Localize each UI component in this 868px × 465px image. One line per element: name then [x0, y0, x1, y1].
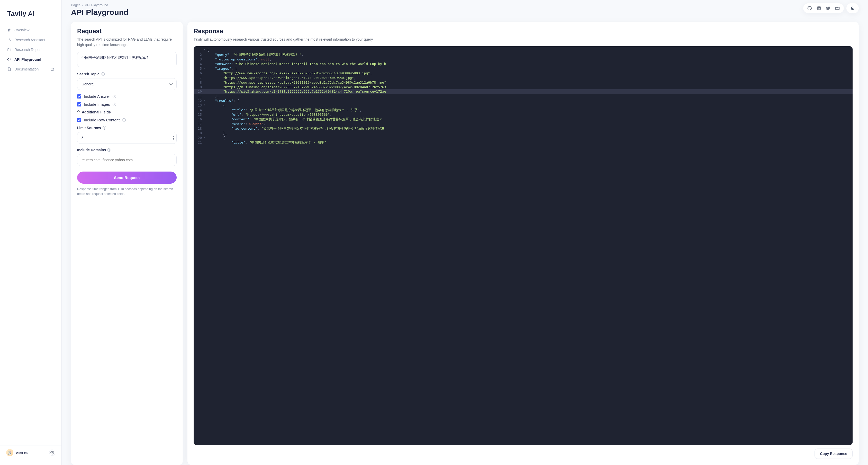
page-title: API Playground [71, 8, 128, 17]
response-description: Tavily will autonomously research variou… [194, 37, 852, 42]
code-line: 9 "https://n.sinaimg.cn/spider20220807/1… [194, 85, 852, 90]
info-icon[interactable]: i [122, 118, 126, 122]
info-icon[interactable]: i [102, 126, 106, 130]
request-panel: Request The search API is optimized for … [71, 22, 183, 465]
code-line: 21 "title": "中国男足什么时候能进世界杯获得冠军？ - 知乎" [194, 140, 852, 145]
include-images-checkbox[interactable] [77, 102, 81, 106]
code-line: 10 "https://pic3.zhimg.com/v2-2f8fc22336… [194, 89, 852, 94]
brand-logo: Tavily AI [0, 5, 61, 26]
code-icon [7, 57, 11, 61]
include-raw-checkbox[interactable] [77, 118, 81, 122]
code-line: 14 "title": "如果有一个球星带领国足夺得世界杯冠军，他会有怎样的地位… [194, 108, 852, 113]
code-line: 3 "follow_up_questions": null, [194, 57, 852, 62]
avatar: 🐰 [6, 449, 13, 456]
info-icon[interactable]: i [107, 148, 111, 152]
nav-research-assistant[interactable]: Research Assistant [2, 35, 59, 44]
nav-research-reports[interactable]: Research Reports [2, 45, 59, 54]
twitter-link[interactable] [825, 5, 831, 11]
include-images-label[interactable]: Include Images [84, 102, 110, 106]
external-link-icon [50, 67, 54, 71]
limit-sources-label: Limit Sources i [77, 126, 177, 130]
search-topic-label: Search Topic i [77, 72, 177, 76]
limit-sources-input[interactable] [77, 132, 177, 144]
code-line: 16 "content": "中国国家男子足球队。如果有一个球星带领国足夺得世界… [194, 117, 852, 122]
code-line: 19 }, [194, 131, 852, 135]
theme-toggle[interactable] [846, 3, 859, 13]
stepper-down[interactable]: ▼ [172, 138, 175, 140]
discord-icon [816, 6, 822, 11]
moon-icon [850, 6, 855, 10]
folder-icon [7, 48, 11, 52]
send-request-button[interactable]: Send Request [77, 172, 177, 184]
discord-link[interactable] [816, 5, 822, 11]
sparkle-icon [7, 38, 11, 42]
search-topic-select[interactable]: General [77, 78, 177, 90]
request-title: Request [77, 28, 177, 35]
response-code-viewer[interactable]: 1▾{2 "query": "中国男子足球队如何才能夺取世界杯冠军? ",3 "… [194, 46, 852, 445]
include-raw-label[interactable]: Include Raw Content [84, 118, 120, 122]
additional-fields-toggle[interactable]: Additional Fields [77, 110, 177, 114]
email-link[interactable] [835, 5, 840, 11]
code-line: 15 "url": "https://www.zhihu.com/questio… [194, 113, 852, 117]
email-icon [835, 6, 840, 11]
response-panel: Response Tavily will autonomously resear… [187, 22, 859, 465]
include-domains-input[interactable] [77, 154, 177, 166]
code-line: 7 "https://www.sportspress.cn/webimages/… [194, 75, 852, 80]
info-icon[interactable]: i [113, 95, 116, 98]
document-icon [7, 67, 11, 71]
sidebar-footer: 🐰 Alex Hu [0, 445, 61, 460]
social-links [803, 3, 844, 13]
include-answer-label[interactable]: Include Answer [84, 94, 110, 98]
code-line: 11 ], [194, 94, 852, 98]
github-icon [807, 6, 812, 11]
sidebar: Tavily AI Overview Research Assistant Re… [0, 0, 62, 465]
gear-icon [51, 451, 54, 455]
number-stepper[interactable]: ▲ ▼ [172, 135, 175, 140]
code-line: 6 "http://www.new-sports.cn/xuexi/xuexi5… [194, 71, 852, 75]
include-domains-label: Include Domains i [77, 148, 177, 152]
code-line: 2 "query": "中国男子足球队如何才能夺取世界杯冠军? ", [194, 53, 852, 57]
username: Alex Hu [16, 451, 28, 455]
github-link[interactable] [807, 5, 812, 11]
main-content: Pages / API Playground API Playground [62, 0, 868, 465]
breadcrumb: Pages / API Playground [71, 3, 128, 7]
content-area: Request The search API is optimized for … [71, 22, 859, 465]
response-time-note: Response time ranges from 1-10 seconds d… [77, 187, 177, 196]
svg-point-0 [52, 452, 53, 453]
topbar: Pages / API Playground API Playground [71, 3, 859, 17]
copy-response-button[interactable]: Copy Response [814, 448, 852, 459]
top-actions [803, 3, 859, 13]
code-line: 5▾ "images": [ [194, 66, 852, 71]
response-title: Response [194, 28, 852, 35]
query-input[interactable]: 中国男子足球队如何才能夺取世界杯冠军? [77, 52, 177, 67]
settings-button[interactable] [49, 450, 55, 456]
primary-nav: Overview Research Assistant Research Rep… [0, 26, 61, 74]
home-icon [7, 28, 11, 32]
nav-overview[interactable]: Overview [2, 26, 59, 35]
code-line: 4 "answer": "The Chinese national men's … [194, 62, 852, 66]
code-line: 1▾{ [194, 48, 852, 53]
twitter-icon [826, 6, 831, 11]
request-description: The search API is optimized for RAG and … [77, 37, 177, 48]
code-line: 20▾ { [194, 135, 852, 140]
code-line: 17 "score": 0.96672, [194, 122, 852, 126]
code-line: 13▾ { [194, 103, 852, 108]
code-line: 18 "raw_content": "如果有一个球星带领国足夺得世界杯冠军，他会… [194, 126, 852, 131]
code-line: 8 "https://www.sportspress.cn/upload/202… [194, 80, 852, 85]
code-line: 12▾ "results": [ [194, 98, 852, 103]
nav-documentation[interactable]: Documentation [2, 65, 59, 74]
include-answer-checkbox[interactable] [77, 94, 81, 98]
info-icon[interactable]: i [101, 72, 105, 76]
nav-api-playground[interactable]: API Playground [2, 55, 59, 64]
info-icon[interactable]: i [113, 103, 116, 106]
